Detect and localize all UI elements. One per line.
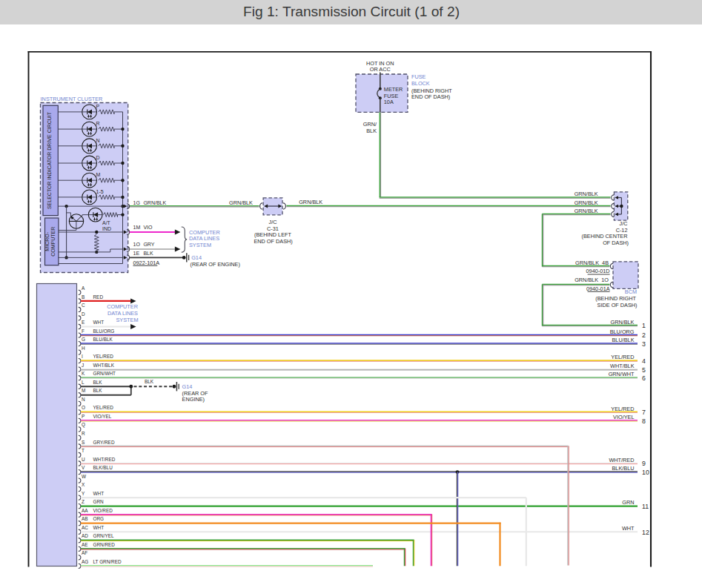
svg-text:AF: AF (82, 550, 87, 555)
svg-text:O: O (82, 405, 85, 410)
svg-text:5: 5 (642, 366, 646, 374)
svg-text:SIDE OF DASH): SIDE OF DASH) (597, 302, 638, 308)
svg-text:BLK: BLK (93, 380, 103, 385)
svg-text:MICRO-: MICRO- (44, 231, 50, 251)
svg-text:Fig 1: Transmission Circuit (1: Fig 1: Transmission Circuit (1 of 2) (243, 4, 460, 19)
svg-text:AB: AB (82, 516, 88, 521)
svg-text:1-5: 1-5 (96, 189, 104, 194)
svg-text:9: 9 (642, 460, 646, 467)
svg-text:12: 12 (642, 529, 649, 536)
svg-text:SYSTEM: SYSTEM (116, 317, 139, 323)
svg-text:GRY: GRY (143, 242, 154, 247)
svg-text:BLU/BLK: BLU/BLK (612, 337, 634, 343)
svg-text:Q: Q (82, 422, 85, 428)
svg-text:L: L (82, 380, 85, 385)
svg-text:8: 8 (642, 417, 646, 425)
svg-text:P: P (82, 414, 85, 419)
svg-text:I: I (82, 354, 83, 359)
svg-text:WHT: WHT (622, 525, 635, 532)
svg-text:YEL/RED: YEL/RED (611, 406, 634, 412)
svg-text:V: V (82, 465, 85, 470)
svg-text:J: J (82, 363, 84, 368)
svg-text:BLU/ORG: BLU/ORG (610, 328, 635, 335)
svg-text:BLOCK: BLOCK (411, 80, 430, 87)
svg-text:AD: AD (82, 533, 88, 538)
svg-text:A: A (82, 285, 85, 291)
svg-text:0922-101A: 0922-101A (133, 260, 160, 266)
svg-text:METER: METER (384, 86, 403, 93)
svg-text:M: M (96, 172, 101, 177)
svg-text:GRN/RED: GRN/RED (93, 542, 116, 547)
svg-text:BLK: BLK (145, 379, 154, 384)
svg-text:11: 11 (642, 503, 649, 510)
svg-text:E: E (82, 320, 85, 325)
svg-text:LT GRN/RED: LT GRN/RED (93, 559, 122, 564)
svg-text:ORG: ORG (93, 516, 105, 521)
svg-text:GRY/RED: GRY/RED (93, 440, 115, 445)
svg-text:GRN: GRN (93, 499, 105, 504)
svg-text:AC: AC (82, 525, 88, 530)
svg-text:COMPUTER: COMPUTER (51, 227, 56, 257)
svg-text:RED: RED (93, 294, 104, 300)
svg-text:BLK/BLU: BLK/BLU (93, 465, 113, 470)
svg-text:M: M (82, 388, 85, 393)
svg-text:BLK: BLK (93, 388, 103, 393)
svg-text:WHT/RED: WHT/RED (609, 457, 634, 463)
svg-text:G: G (82, 337, 85, 342)
svg-text:G14: G14 (191, 254, 202, 261)
svg-text:VIO/YEL: VIO/YEL (93, 414, 112, 419)
svg-text:IND: IND (102, 226, 111, 231)
svg-text:YEL/RED: YEL/RED (93, 405, 114, 410)
svg-text:WHT/BLK: WHT/BLK (610, 363, 635, 369)
svg-text:BLU/BLK: BLU/BLK (93, 337, 113, 342)
svg-text:4: 4 (642, 357, 646, 365)
svg-text:GRN/BLK: GRN/BLK (229, 199, 253, 206)
svg-text:S: S (82, 440, 85, 445)
svg-text:WHT/RED: WHT/RED (93, 457, 116, 462)
svg-text:OF DASH): OF DASH) (603, 240, 629, 246)
svg-text:6: 6 (642, 374, 646, 382)
svg-text:GRN/BLK: GRN/BLK (574, 191, 598, 197)
svg-text:P: P (96, 104, 100, 109)
svg-text:Y: Y (82, 491, 85, 496)
svg-text:D: D (96, 155, 100, 160)
svg-text:Z: Z (82, 499, 85, 504)
svg-text:1M: 1M (133, 225, 141, 230)
svg-text:GRN/YEL: GRN/YEL (93, 533, 115, 538)
svg-text:AG: AG (82, 559, 88, 564)
svg-text:BLU/ORG: BLU/ORG (93, 328, 115, 334)
svg-text:N: N (96, 138, 100, 143)
svg-text:(BEHIND RIGHT: (BEHIND RIGHT (595, 295, 636, 302)
svg-text:OR ACC: OR ACC (370, 66, 391, 73)
svg-text:BLK: BLK (366, 128, 377, 134)
svg-text:SYSTEM: SYSTEM (189, 242, 211, 248)
svg-text:D: D (82, 311, 85, 317)
svg-text:0940-01A: 0940-01A (586, 285, 610, 292)
svg-text:H: H (82, 346, 85, 351)
svg-text:U: U (82, 457, 85, 462)
svg-text:1G: 1G (133, 200, 140, 205)
svg-text:END OF DASH): END OF DASH) (411, 93, 450, 100)
svg-text:WHT: WHT (93, 525, 105, 530)
svg-text:R: R (82, 431, 85, 436)
svg-text:C: C (82, 303, 85, 308)
svg-text:(REAR OF ENGINE): (REAR OF ENGINE) (191, 261, 240, 268)
svg-text:FUSE: FUSE (411, 73, 426, 80)
svg-text:END OF DASH): END OF DASH) (254, 238, 292, 245)
svg-text:BLK: BLK (143, 251, 153, 256)
svg-text:2: 2 (642, 331, 646, 339)
svg-text:VIO/YEL: VIO/YEL (613, 414, 634, 420)
svg-text:INSTRUMENT CLUSTER: INSTRUMENT CLUSTER (41, 96, 103, 102)
svg-text:GRN/BLK: GRN/BLK (143, 200, 166, 205)
svg-text:T: T (82, 448, 85, 453)
svg-text:WHT/BLK: WHT/BLK (93, 363, 115, 368)
svg-text:W: W (82, 474, 87, 479)
svg-text:YEL/RED: YEL/RED (611, 354, 634, 360)
svg-text:1O: 1O (133, 242, 141, 247)
svg-text:10: 10 (642, 469, 649, 476)
svg-text:AE: AE (82, 542, 88, 547)
svg-text:A/T: A/T (102, 220, 111, 225)
svg-text:VIO/RED: VIO/RED (93, 508, 113, 513)
svg-text:X: X (82, 482, 85, 487)
svg-text:K: K (82, 371, 85, 376)
